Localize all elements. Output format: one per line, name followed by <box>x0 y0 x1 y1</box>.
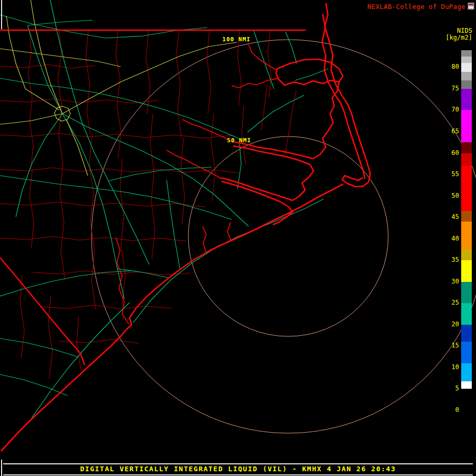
colorbar-tick-label: 60 <box>441 149 459 157</box>
range-rings <box>91 40 476 433</box>
frame-tick-top-left <box>1 0 2 29</box>
colorbar-segment <box>461 222 472 250</box>
colorbar-segment <box>461 72 472 80</box>
colorbar-segment <box>461 325 472 342</box>
colorbar-segment <box>461 363 472 381</box>
colorbar-tick-label: 5 <box>441 385 459 392</box>
colorbar-segment <box>461 250 472 260</box>
colorbar-segment <box>461 166 472 211</box>
radar-viewport: 100 NMI 50 NMI NEXLAB-College of DuPage … <box>0 0 476 476</box>
colorbar: 05101520253035404550556065707580 <box>461 50 472 419</box>
brand-text: NEXLAB-College of DuPage <box>368 3 465 11</box>
neuse-river-north-bank <box>222 178 292 200</box>
frame-tick-bottom-left <box>1 460 2 476</box>
colorbar-segment <box>461 282 472 304</box>
mainland-shore-north <box>313 82 339 159</box>
neuse-river-south-bank <box>222 181 289 207</box>
colorbar-tick-label: 35 <box>441 256 459 263</box>
roads-highway <box>0 0 237 176</box>
colorbar-tick-label: 70 <box>441 106 459 114</box>
nc-sc-border <box>0 258 85 365</box>
pamlico-river-north-bank <box>233 142 313 159</box>
colorbar-segment <box>461 303 472 325</box>
colorbar-tick-label: 40 <box>441 235 459 242</box>
colorbar-tick-label: 30 <box>441 278 459 285</box>
colorbar-segment <box>461 260 472 282</box>
rivers <box>116 44 279 324</box>
footer-divider-bottom <box>3 474 473 475</box>
colorbar-segment <box>461 50 472 57</box>
outer-banks-ocean-side <box>325 3 370 187</box>
range-ring-label-50nmi: 50 NMI <box>227 137 251 144</box>
colorbar-segment <box>461 63 472 71</box>
colorbar-segment <box>461 389 472 419</box>
colorbar-segment <box>461 211 472 222</box>
colorbar-tick-label: 50 <box>441 192 459 199</box>
colorbar-units: [kg/m2] <box>445 34 472 41</box>
colorbar-scale <box>461 50 472 419</box>
colorbar-segment <box>461 381 472 389</box>
colorbar-tick-label: 80 <box>441 63 459 71</box>
albemarle-sound <box>276 59 343 85</box>
footer-divider-top <box>3 463 473 464</box>
colorbar-tick-label: 20 <box>441 321 459 328</box>
colorbar-tick-label: 55 <box>441 170 459 178</box>
county-borders <box>0 30 296 379</box>
colorbar-tick-label: 15 <box>441 342 459 350</box>
colorbar-segment <box>461 89 472 111</box>
colorbar-tick-label: 10 <box>441 363 459 371</box>
colorbar-tick-label: 25 <box>441 299 459 306</box>
colorbar-segment <box>461 342 472 363</box>
range-ring-100nmi <box>91 40 476 433</box>
colorbar-segment <box>461 153 472 166</box>
product-title: DIGITAL VERTICALLY INTEGRATED LIQUID (VI… <box>0 465 476 473</box>
colorbar-segment <box>461 142 472 153</box>
colorbar-tick-label: 75 <box>441 85 459 92</box>
colorbar-tick-label: 45 <box>441 213 459 221</box>
range-ring-label-100nmi: 100 NMI <box>222 36 250 43</box>
radar-map <box>0 0 476 476</box>
colorbar-tick-label: 65 <box>441 127 459 135</box>
colorbar-heading: NIDS [kg/m2] <box>445 28 472 41</box>
coastline <box>1 3 370 451</box>
cod-logo-icon <box>468 2 474 10</box>
shore-between-rivers <box>292 164 314 200</box>
colorbar-segment <box>461 80 472 89</box>
colorbar-segment <box>461 110 472 142</box>
colorbar-segment <box>461 57 472 63</box>
colorbar-tick-label: 0 <box>441 406 459 414</box>
southern-shoreline <box>1 184 343 451</box>
range-ring-50nmi <box>188 136 388 336</box>
